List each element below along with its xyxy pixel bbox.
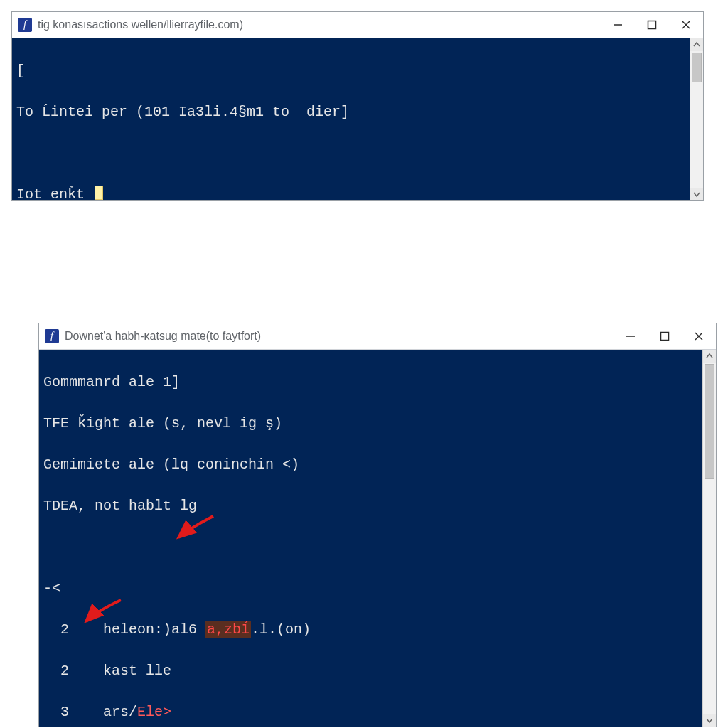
output-line: TFE ǩight ale (s, nevl ig ş) [43,413,700,434]
window-controls [601,12,703,38]
app-icon: f [18,18,32,32]
titlebar[interactable]: f Downet'a habh-ĸatsug mate(to faytfort) [39,323,716,350]
maximize-button[interactable] [648,323,682,349]
output-line [16,143,687,164]
scroll-down-icon[interactable] [703,714,716,727]
window-title: tig konasısactions wellen/llierrayfile.c… [38,18,243,31]
terminal-viewport[interactable]: Gommmanrd ale 1] TFE ǩight ale (s, nevl … [39,350,716,727]
terminal-viewport[interactable]: [ To Ĺintei per (101 Ia3li.4§m1 to dier]… [12,38,703,200]
terminal-content: Gommmanrd ale 1] TFE ǩight ale (s, nevl … [43,351,700,725]
output-line: TDEA, not hablt lg [43,496,700,516]
scroll-up-icon[interactable] [703,350,716,363]
output-line: To Ĺintei per (101 Ia3li.4§m1 to dier] [16,102,687,122]
vertical-scrollbar[interactable] [690,38,703,200]
scroll-track[interactable] [703,363,716,714]
output-line: [ [16,60,687,81]
output-line [43,537,700,557]
output-line: Gemimiete ale (lq coninchin <) [43,454,700,475]
close-button[interactable] [682,323,716,349]
app-icon: f [45,329,59,343]
list-item: 2 kast lle [43,660,700,681]
svg-rect-1 [648,21,656,29]
prompt-line: Iot enǩt [16,184,687,200]
list-item: 2 heleon:)al6 a,zbĺ.l.(on) [43,619,700,640]
terminal-window-1: f tig konasısactions wellen/llierrayfile… [11,11,704,201]
output-line: -< [43,578,700,599]
search-match: a,zbĺ [205,621,251,638]
scroll-thumb[interactable] [692,53,702,82]
terminal-content: [ To Ĺintei per (101 Ia3li.4§m1 to dier]… [16,40,687,199]
scroll-track[interactable] [690,51,703,188]
window-title: Downet'a habh-ĸatsug mate(to faytfort) [65,330,261,343]
titlebar[interactable]: f tig konasısactions wellen/llierrayfile… [12,12,703,38]
window-controls [614,323,716,349]
svg-rect-5 [661,333,669,341]
scroll-thumb[interactable] [705,364,714,479]
minimize-button[interactable] [614,323,648,349]
maximize-button[interactable] [635,12,669,38]
terminal-window-2: f Downet'a habh-ĸatsug mate(to faytfort)… [38,323,717,727]
cursor-icon [95,186,103,200]
close-button[interactable] [669,12,703,38]
scroll-up-icon[interactable] [690,38,703,51]
minimize-button[interactable] [601,12,635,38]
list-item: 3 ars/Ele> [43,702,700,722]
scroll-down-icon[interactable] [690,188,703,200]
vertical-scrollbar[interactable] [702,350,716,727]
output-line: Gommmanrd ale 1] [43,372,700,392]
